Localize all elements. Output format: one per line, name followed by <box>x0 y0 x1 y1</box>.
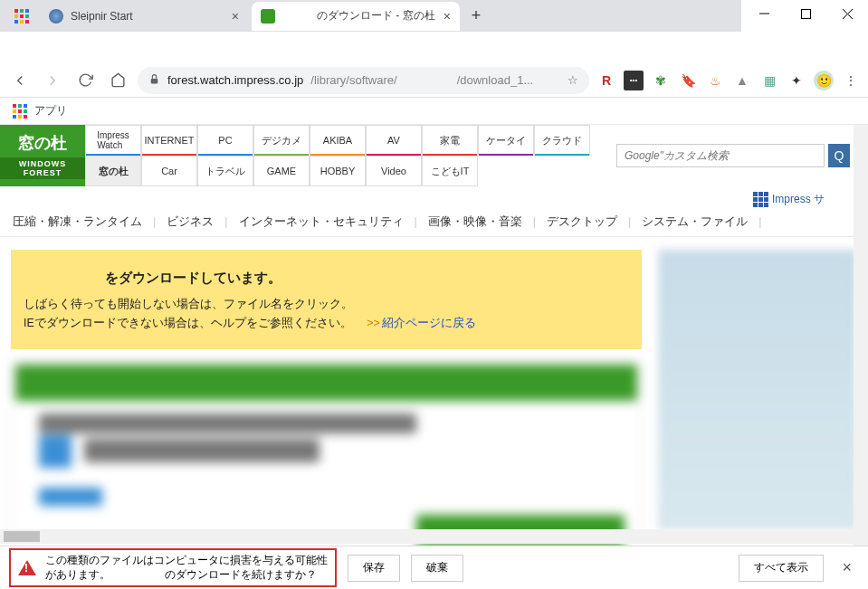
address-bar[interactable]: forest.watch.impress.co.jp/library/softw… <box>138 67 589 94</box>
horizontal-scrollbar[interactable] <box>0 529 868 544</box>
impress-sites-link[interactable]: Impress サ <box>753 192 825 207</box>
grid-icon <box>753 192 768 207</box>
back-button[interactable] <box>7 68 33 93</box>
url-host: forest.watch.impress.co.jp <box>167 73 303 87</box>
browser-toolbar: forest.watch.impress.co.jp/library/softw… <box>0 63 868 98</box>
svg-rect-13 <box>151 78 158 82</box>
close-icon[interactable]: × <box>232 9 239 24</box>
svg-rect-8 <box>25 20 29 24</box>
maximize-button[interactable] <box>785 0 826 27</box>
svg-rect-5 <box>25 14 29 18</box>
show-all-button[interactable]: すべて表示 <box>739 555 824 582</box>
svg-rect-7 <box>20 20 24 24</box>
svg-rect-6 <box>14 20 18 24</box>
apps-icon[interactable] <box>13 104 27 119</box>
svg-rect-15 <box>18 104 22 108</box>
nav-INTERNET[interactable]: INTERNET <box>141 125 197 156</box>
app-menu-icon[interactable] <box>9 4 34 29</box>
svg-rect-14 <box>13 104 16 108</box>
nav-ケータイ[interactable]: ケータイ <box>478 125 534 156</box>
sidebar-ad-blurred <box>658 250 857 530</box>
bookmarks-apps-label[interactable]: アプリ <box>34 103 67 119</box>
download-warning: この種類のファイルはコンピュータに損害を与える可能性 があります。のダウンロード… <box>9 548 337 587</box>
logo-main: 窓の杜 <box>18 132 67 154</box>
tabstrip: Sleipnir Start × のダウンロード - 窓の杜 × + <box>0 0 741 32</box>
subnav-item[interactable]: 画像・映像・音楽 <box>428 214 522 230</box>
nav-HOBBY[interactable]: HOBBY <box>310 156 366 186</box>
tab-1[interactable]: のダウンロード - 窓の杜 × <box>252 2 460 31</box>
site-nav: ImpressWatchINTERNETPCデジカメAKIBAAV家電ケータイク… <box>85 125 616 186</box>
logo-sub: WINDOWS FOREST <box>0 157 85 179</box>
ext-r-icon[interactable]: R <box>596 71 616 90</box>
nav-AV[interactable]: AV <box>366 125 422 156</box>
warn-text-1: この種類のファイルはコンピュータに損害を与える可能性 <box>45 554 328 568</box>
tab-title: のダウンロード - 窓の杜 <box>317 8 435 24</box>
globe-icon <box>49 9 63 24</box>
nav-PC[interactable]: PC <box>197 125 253 156</box>
page-content: 窓の杜 WINDOWS FOREST ImpressWatchINTERNETP… <box>0 125 868 575</box>
vertical-scrollbar[interactable] <box>854 125 868 575</box>
warning-icon <box>18 560 36 575</box>
subnav-item[interactable]: 圧縮・解凍・ランタイム <box>13 214 142 230</box>
nav-Impress Watch[interactable]: ImpressWatch <box>85 125 141 156</box>
nav-トラベル[interactable]: トラベル <box>197 156 253 186</box>
new-tab-button[interactable]: + <box>463 4 489 29</box>
profile-avatar[interactable]: 🙂 <box>814 71 834 90</box>
nav-家電[interactable]: 家電 <box>422 125 478 156</box>
nav-Car[interactable]: Car <box>141 156 197 186</box>
minimize-button[interactable] <box>743 0 785 27</box>
bookmarks-bar: アプリ <box>0 98 868 125</box>
subnav-item[interactable]: デスクトップ <box>547 214 617 230</box>
subnav-item[interactable]: システム・ファイル <box>642 214 748 230</box>
nav-クラウド[interactable]: クラウド <box>534 125 590 156</box>
site-logo[interactable]: 窓の杜 WINDOWS FOREST <box>0 125 85 186</box>
back-to-intro-link[interactable]: 紹介ページに戻る <box>382 317 476 329</box>
category-subnav: 圧縮・解凍・ランタイム|ビジネス|インターネット・セキュリティ|画像・映像・音楽… <box>0 207 868 237</box>
ext-flame-icon[interactable]: ♨ <box>705 71 725 90</box>
svg-rect-10 <box>801 9 810 18</box>
impress-link-label: Impress サ <box>772 192 825 207</box>
notice-line3: IEでダウンロードできない場合は、ヘルプをご参照ください。 <box>24 317 364 329</box>
nav-AKIBA[interactable]: AKIBA <box>310 125 366 156</box>
url-path: /library/software/ <box>310 73 396 87</box>
svg-rect-20 <box>13 115 16 119</box>
svg-rect-21 <box>18 115 22 119</box>
ext-dots-icon[interactable]: ••• <box>624 71 644 90</box>
svg-rect-16 <box>24 104 27 108</box>
subnav-item[interactable]: ビジネス <box>167 214 214 230</box>
keep-button[interactable]: 保存 <box>348 555 400 582</box>
extensions-icon[interactable]: ✦ <box>787 71 806 90</box>
site-favicon <box>261 9 275 24</box>
ext-bookmark-icon[interactable]: 🔖 <box>678 71 698 90</box>
svg-rect-19 <box>24 109 27 113</box>
site-search-input[interactable] <box>616 144 825 167</box>
ext-sheet-icon[interactable]: ▦ <box>759 71 779 90</box>
close-download-bar[interactable]: × <box>835 558 859 577</box>
reload-button[interactable] <box>72 68 98 93</box>
star-icon[interactable]: ☆ <box>568 73 578 87</box>
svg-rect-4 <box>20 14 24 18</box>
site-search-button[interactable]: Q <box>828 144 850 167</box>
home-button[interactable] <box>105 68 130 93</box>
subnav-item[interactable]: インターネット・セキュリティ <box>239 214 404 230</box>
nav-こどもIT[interactable]: こどもIT <box>422 156 478 186</box>
notice-headline: をダウンロードしています。 <box>105 270 281 285</box>
ext-drive-icon[interactable]: ▲ <box>732 71 752 90</box>
warn-text-2a: があります。 <box>45 569 110 580</box>
close-button[interactable] <box>826 0 868 27</box>
nav-GAME[interactable]: GAME <box>253 156 310 186</box>
ext-plant-icon[interactable]: ✾ <box>651 71 671 90</box>
nav-窓の杜[interactable]: 窓の杜 <box>85 156 141 186</box>
site-header: 窓の杜 WINDOWS FOREST ImpressWatchINTERNETP… <box>0 125 868 186</box>
nav-Video[interactable]: Video <box>366 156 422 186</box>
discard-button[interactable]: 破棄 <box>411 555 463 582</box>
nav-デジカメ[interactable]: デジカメ <box>253 125 310 156</box>
download-notice: をダウンロードしています。 しばらく待っても開始しない場合は、ファイル名をクリッ… <box>11 250 642 349</box>
close-icon[interactable]: × <box>444 9 451 24</box>
kebab-menu[interactable]: ⋮ <box>841 71 861 90</box>
svg-rect-1 <box>20 9 24 13</box>
svg-rect-18 <box>18 109 22 113</box>
tab-0[interactable]: Sleipnir Start × <box>40 2 248 31</box>
svg-rect-0 <box>14 9 18 13</box>
forward-button[interactable] <box>40 68 65 93</box>
